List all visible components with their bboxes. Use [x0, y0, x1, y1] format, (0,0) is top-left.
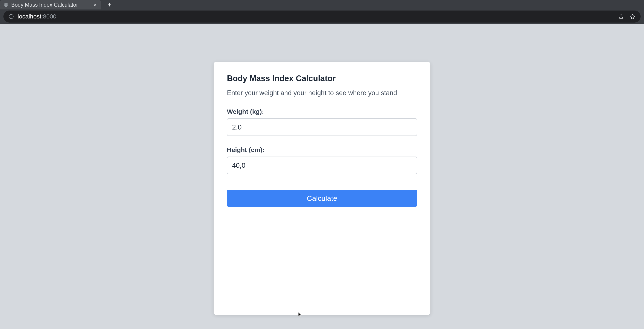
height-field-group: Height (cm): — [227, 146, 417, 174]
weight-field-group: Weight (kg): — [227, 108, 417, 136]
tab-title: Body Mass Index Calculator — [11, 2, 90, 8]
address-bar[interactable]: localhost:8000 — [4, 11, 640, 23]
height-input[interactable] — [227, 157, 417, 174]
tab-bar: Body Mass Index Calculator — [0, 0, 644, 10]
url-port: :8000 — [42, 13, 56, 20]
globe-icon — [4, 3, 8, 7]
card-title: Body Mass Index Calculator — [227, 74, 417, 83]
url-text: localhost:8000 — [18, 13, 56, 20]
calculate-button[interactable]: Calculate — [227, 190, 417, 207]
browser-tab[interactable]: Body Mass Index Calculator — [0, 0, 101, 10]
address-bar-row: localhost:8000 — [0, 10, 644, 24]
url-host: localhost — [18, 13, 42, 20]
address-bar-actions — [618, 14, 636, 19]
share-icon[interactable] — [618, 14, 624, 19]
card-subtitle: Enter your weight and your height to see… — [227, 89, 417, 97]
star-icon[interactable] — [630, 14, 636, 19]
bmi-card: Body Mass Index Calculator Enter your we… — [214, 62, 430, 315]
info-icon[interactable] — [8, 14, 14, 19]
height-label: Height (cm): — [227, 146, 417, 154]
page-content: Body Mass Index Calculator Enter your we… — [0, 19, 644, 315]
browser-chrome: Body Mass Index Calculator localhost:80 — [0, 0, 644, 19]
new-tab-button[interactable] — [107, 2, 112, 7]
weight-label: Weight (kg): — [227, 108, 417, 115]
close-icon[interactable] — [93, 3, 97, 7]
weight-input[interactable] — [227, 118, 417, 136]
